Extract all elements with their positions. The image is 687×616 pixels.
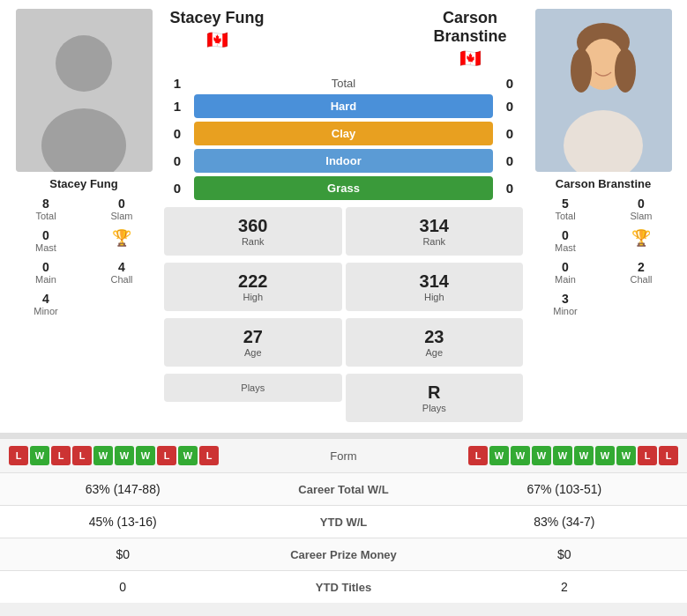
right-age-box: 23 Age	[346, 318, 524, 367]
right-flag: 🇨🇦	[417, 48, 523, 69]
player-headers: Stacey Fung 🇨🇦 Carson Branstine 🇨🇦	[164, 9, 523, 69]
form-badge: W	[595, 446, 615, 465]
surface-row-clay: 0 Clay 0	[164, 122, 523, 145]
left-minor-value: 4	[11, 292, 81, 306]
left-high-label: High	[169, 292, 337, 302]
comparison-left-val: $0	[12, 547, 233, 561]
form-badge: L	[51, 446, 71, 465]
right-age-value: 23	[351, 327, 519, 347]
comparison-row: $0Career Prize Money$0	[0, 538, 687, 570]
left-clay-score: 0	[164, 126, 190, 141]
form-badge: L	[199, 446, 219, 465]
surface-clay-badge: Clay	[194, 122, 493, 145]
right-main-stat-value: 0	[530, 260, 601, 274]
right-age-label: Age	[351, 347, 519, 358]
left-mast-value: 0	[42, 228, 49, 242]
left-main-cell: 0 Main	[9, 257, 83, 287]
comparison-label: YTD W/L	[233, 516, 453, 529]
left-rank-label: Rank	[169, 236, 337, 247]
form-badge: W	[115, 446, 134, 465]
left-grass-score: 0	[164, 181, 190, 196]
left-slam-cell: 0 Slam	[85, 194, 159, 224]
comparison-right-val: 83% (34-7)	[454, 515, 675, 529]
right-plays-value: R	[351, 382, 519, 403]
surface-row-grass: 0 Grass 0	[164, 176, 523, 200]
player-left-svg	[16, 9, 153, 172]
comparison-label: YTD Titles	[233, 581, 453, 594]
left-total-cell: 8 Total	[9, 194, 83, 224]
left-rank-value: 360	[169, 216, 337, 236]
total-label: Total	[190, 77, 497, 90]
left-chall-cell: 4 Chall	[85, 257, 159, 287]
right-total-score: 0	[497, 76, 523, 91]
left-total-score: 1	[164, 76, 190, 91]
form-badge: W	[93, 446, 113, 465]
surface-grass-badge: Grass	[194, 176, 493, 200]
left-mast-cell: 0 Mast	[9, 226, 83, 256]
form-badge: W	[30, 446, 49, 465]
left-age-value: 27	[169, 327, 337, 347]
player-left-card: Stacey Fung 8 Total 0 Slam 0 Mast 🏆	[9, 9, 159, 424]
left-age-label: Age	[169, 347, 337, 358]
right-plays-box: R Plays	[346, 374, 524, 422]
left-hard-score: 1	[164, 99, 190, 114]
left-minor-label: Minor	[11, 306, 81, 316]
left-age-box: 27 Age	[164, 318, 342, 367]
left-flag: 🇨🇦	[164, 29, 270, 50]
left-plays-label: Plays	[169, 382, 337, 393]
comparison-row: 45% (13-16)YTD W/L83% (34-7)	[0, 505, 687, 538]
left-total-value: 8	[11, 197, 81, 211]
surface-hard-badge: Hard	[194, 94, 493, 118]
player-right-stats-grid: 5 Total 0 Slam 0 Mast 🏆 0 Main	[528, 194, 678, 319]
main-container: Stacey Fung 8 Total 0 Slam 0 Mast 🏆	[0, 0, 687, 603]
form-section: LWLLWWWLWL Form LWWWWWWWLL	[0, 438, 687, 472]
form-badge: L	[157, 446, 176, 465]
left-total-label: Total	[11, 211, 81, 221]
form-badge: W	[616, 446, 636, 465]
right-chall-stat-label: Chall	[606, 274, 676, 285]
right-rank-box: 314 Rank	[346, 207, 524, 256]
comparison-left-val: 0	[12, 580, 233, 594]
left-slam-value: 0	[86, 197, 157, 211]
comparison-row: 0YTD Titles2	[0, 570, 687, 603]
player-right-svg	[535, 9, 672, 172]
right-slam-stat-value: 0	[606, 197, 676, 211]
right-slam-stat-cell: 0 Slam	[604, 194, 678, 224]
comparison-row: 63% (147-88)Career Total W/L67% (103-51)	[0, 472, 687, 505]
right-trophy-icon-cell: 🏆	[604, 226, 678, 256]
form-label: Form	[309, 449, 379, 463]
left-plays-box: Plays	[164, 374, 342, 402]
right-high-value: 314	[351, 271, 519, 292]
surface-indoor-badge: Indoor	[194, 149, 493, 173]
left-form-badges: LWLLWWWLWL	[9, 446, 219, 465]
comparison-right-val: 67% (103-51)	[454, 482, 675, 496]
right-mast-stat-cell: 0 Mast	[528, 226, 602, 256]
form-badge: L	[659, 446, 678, 465]
players-section: Stacey Fung 8 Total 0 Slam 0 Mast 🏆	[0, 0, 687, 433]
form-badge: L	[468, 446, 488, 465]
form-badge: W	[489, 446, 509, 465]
player-right-photo	[535, 9, 672, 172]
form-badge: W	[178, 446, 198, 465]
right-hard-score: 0	[497, 99, 523, 114]
right-total-stat-cell: 5 Total	[528, 194, 602, 224]
left-high-value: 222	[169, 271, 337, 292]
left-trophy-icon: 🏆	[86, 228, 157, 248]
left-main-value: 0	[11, 260, 81, 274]
player-left-stats-grid: 8 Total 0 Slam 0 Mast 🏆 0 Main	[9, 194, 159, 319]
left-header-name: Stacey Fung	[164, 9, 270, 27]
surface-rows: 1 Hard 0 0 Clay 0 0 Indoor 0 0 Grass	[164, 94, 523, 200]
right-minor-stat-label: Minor	[530, 306, 601, 316]
comparison-left-val: 45% (13-16)	[12, 515, 233, 529]
left-indoor-score: 0	[164, 153, 190, 168]
player-left-photo	[16, 9, 153, 172]
left-rank-box: 360 Rank	[164, 207, 342, 256]
left-chall-label: Chall	[86, 274, 157, 285]
right-rank-value: 314	[351, 216, 519, 236]
right-clay-score: 0	[497, 126, 523, 141]
comparison-label: Career Prize Money	[233, 548, 453, 561]
right-slam-stat-label: Slam	[606, 211, 676, 221]
right-trophy-icon: 🏆	[606, 228, 676, 248]
comparison-right-val: $0	[454, 547, 675, 561]
right-total-stat-label: Total	[530, 211, 601, 221]
